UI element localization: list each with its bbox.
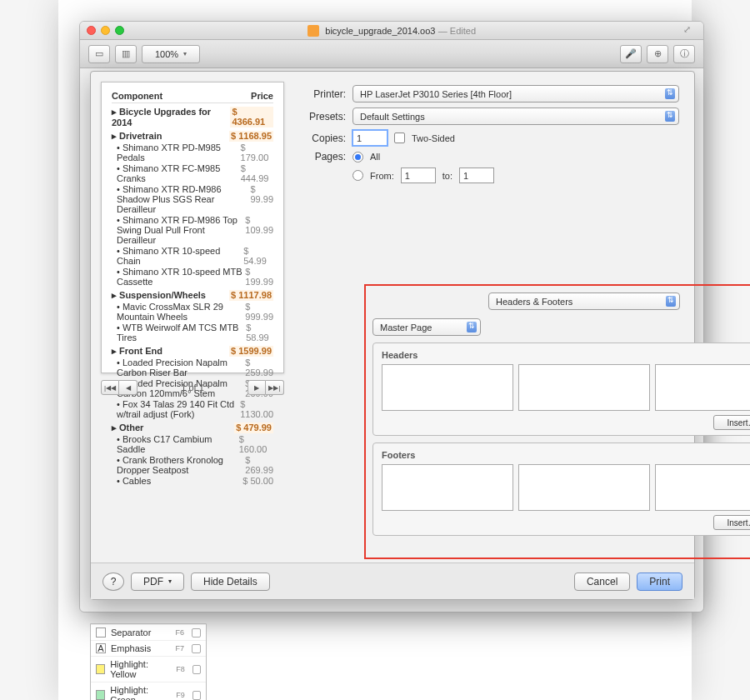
next-page-button[interactable]: ▶	[248, 380, 266, 395]
traffic-lights	[87, 26, 124, 35]
two-sided-checkbox[interactable]	[394, 132, 405, 143]
headers-label: Headers	[382, 350, 750, 360]
two-sided-label: Two-Sided	[412, 133, 455, 143]
prev-page-button[interactable]: ◀	[119, 380, 138, 395]
minimize-window-button[interactable]	[101, 26, 110, 35]
footer-left-field[interactable]	[382, 464, 513, 511]
zoom-select[interactable]: 100%	[142, 45, 200, 63]
fullscreen-icon[interactable]: ⤢	[683, 24, 697, 38]
print-preview: ComponentPrice ▸ Bicycle Upgrades for 20…	[101, 82, 284, 395]
outline-view-button[interactable]: ▭	[88, 45, 110, 63]
styles-panel: SeparatorF6AEmphasisF7Highlight: YellowF…	[90, 623, 207, 700]
pages-all-radio[interactable]	[352, 152, 363, 162]
header-right-field[interactable]	[655, 364, 750, 411]
record-button[interactable]: 🎤	[620, 45, 642, 63]
inspector-button[interactable]: ⓘ	[673, 45, 695, 63]
sheet-buttons: ? PDF Hide Details Cancel Print	[91, 562, 694, 599]
presets-label: Presets:	[299, 111, 346, 122]
page-scope-select[interactable]: Master Page	[372, 318, 481, 336]
footer-center-field[interactable]	[518, 464, 650, 511]
copies-input[interactable]	[352, 130, 388, 146]
printer-label: Printer:	[299, 88, 346, 100]
titlebar: bicycle_upgrade_2014.oo3 — Edited ⤢	[80, 22, 703, 40]
print-panel-select[interactable]: Headers & Footers	[488, 292, 680, 310]
preview-page: ComponentPrice ▸ Bicycle Upgrades for 20…	[101, 82, 284, 373]
first-page-button[interactable]: |◀◀	[101, 380, 119, 395]
presets-select[interactable]: Default Settings	[352, 108, 679, 125]
footers-group: Footers Insert…	[372, 442, 750, 536]
pages-from-input[interactable]	[401, 168, 436, 183]
zoom-window-button[interactable]	[115, 26, 124, 35]
header-center-field[interactable]	[518, 364, 650, 411]
copies-label: Copies:	[299, 132, 346, 144]
window-title: bicycle_upgrade_2014.oo3 — Edited	[80, 25, 703, 37]
page-indicator: 1 of 1	[181, 382, 204, 392]
pdf-button[interactable]: PDF	[131, 572, 184, 591]
footer-insert-button[interactable]: Insert…	[713, 515, 750, 530]
pages-label: Pages:	[299, 151, 346, 162]
edited-indicator: — Edited	[438, 26, 476, 36]
print-sheet: ComponentPrice ▸ Bicycle Upgrades for 20…	[90, 71, 695, 600]
style-row[interactable]: Highlight: YellowF8	[91, 656, 206, 682]
pages-to-input[interactable]	[459, 168, 494, 183]
footer-right-field[interactable]	[655, 464, 750, 511]
hide-details-button[interactable]: Hide Details	[191, 572, 270, 591]
pages-to-label: to:	[442, 171, 452, 181]
pages-from-radio[interactable]	[352, 170, 363, 181]
last-page-button[interactable]: ▶▶|	[266, 380, 284, 395]
close-window-button[interactable]	[87, 26, 96, 35]
printer-select[interactable]: HP LaserJet P3010 Series [4th Floor]	[352, 85, 679, 102]
style-row[interactable]: AEmphasisF7	[91, 640, 206, 656]
headers-footers-section: Headers & Footers Master Page Headers In…	[364, 284, 750, 559]
columns-view-button[interactable]: ▥	[115, 45, 137, 63]
print-button[interactable]: Print	[637, 572, 682, 591]
pages-from-label: From:	[370, 171, 394, 181]
header-left-field[interactable]	[382, 364, 513, 411]
footers-label: Footers	[382, 450, 750, 460]
attach-button[interactable]: ⊕	[647, 45, 668, 63]
help-button[interactable]: ?	[102, 572, 124, 591]
filename: bicycle_upgrade_2014.oo3	[325, 26, 435, 36]
header-insert-button[interactable]: Insert…	[713, 415, 750, 430]
style-row[interactable]: SeparatorF6	[91, 624, 206, 640]
style-row[interactable]: Highlight: GreenF9	[91, 682, 206, 700]
pages-all-label: All	[370, 152, 380, 162]
cancel-button[interactable]: Cancel	[574, 572, 630, 591]
document-icon	[308, 25, 319, 37]
headers-group: Headers Insert…	[372, 342, 750, 436]
toolbar: ▭ ▥ 100% 🎤 ⊕ ⓘ	[80, 40, 703, 68]
